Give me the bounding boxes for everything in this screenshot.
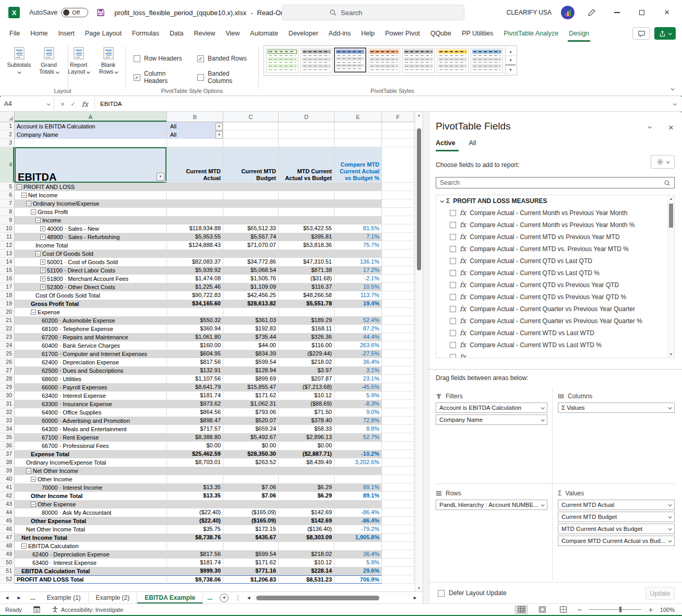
value-cell[interactable]: -8.3% [334,400,382,408]
row-header-39[interactable]: 39 [0,467,15,475]
row-label-cell[interactable]: 68600 · Utilities [15,375,167,383]
empty-cell[interactable] [382,275,414,283]
row-header-10[interactable]: 10 [0,224,15,233]
autosave-toggle[interactable]: AutoSave Off [29,8,88,17]
empty-cell[interactable] [382,350,414,358]
collapse-icon[interactable]: – [21,543,27,549]
value-cell[interactable]: $6.29 [279,492,334,500]
chevron-down-icon[interactable] [541,503,545,506]
value-cell[interactable]: $128.94 [223,366,279,375]
empty-cell[interactable] [382,208,414,216]
column-header-c[interactable]: C [223,112,279,122]
empty-cell[interactable] [382,308,414,316]
value-cell[interactable] [279,467,334,475]
comments-button[interactable] [632,27,650,40]
checkbox-icon[interactable]: ✓ [134,74,140,81]
value-cell[interactable] [279,216,334,224]
field-item[interactable]: fxCompare Actual - Current WTD vs Last W… [436,327,674,339]
document-title[interactable]: profit_loss_flexible_period_(qqube10.x).… [114,9,296,17]
row-header-25[interactable]: 25 [0,350,15,358]
excel-logo-icon[interactable]: X [8,7,20,18]
value-pill-current-mtd-actual[interactable]: Current MTD Actual [558,500,675,510]
empty-cell[interactable] [382,575,414,584]
value-cell[interactable]: $326.36 [279,333,334,341]
value-cell[interactable] [279,208,334,216]
chevron-down-icon[interactable] [668,515,672,518]
value-cell[interactable]: $142.69 [279,517,334,525]
value-cell[interactable]: 1,905.8% [334,534,382,542]
value-cell[interactable] [223,216,279,224]
value-cell[interactable]: $599.54 [223,550,279,559]
value-cell[interactable]: $550.32 [167,316,223,325]
field-checkbox[interactable] [450,294,456,300]
empty-cell[interactable] [334,131,382,139]
gallery-more-icon[interactable]: ▼ [506,65,516,74]
column-header-e[interactable]: E [334,112,382,122]
field-checkbox[interactable] [450,210,456,216]
value-cell[interactable]: $5,953.55 [167,233,223,241]
horizontal-scrollbar[interactable]: ◄► [244,592,423,603]
tools-button[interactable] [651,155,675,169]
row-header-20[interactable]: 20 [0,308,15,316]
value-cell[interactable]: 113.7% [334,291,382,300]
values-area[interactable]: Σ Values Current MTD ActualCurrent MTD B… [553,484,675,581]
row-header-47[interactable]: 47 [0,534,15,542]
menu-tab-review[interactable]: Review [188,25,220,42]
autosave-switch[interactable]: Off [61,8,88,17]
filter-dropdown-icon[interactable]: ▼ [216,131,223,139]
empty-cell[interactable] [382,316,414,325]
value-cell[interactable]: 10.5% [334,283,382,291]
value-cell[interactable]: $1,061.80 [167,333,223,341]
value-cell[interactable]: $817.56 [167,550,223,559]
row-header-21[interactable]: 21 [0,316,15,325]
expand-icon[interactable]: + [40,234,45,240]
value-cell[interactable]: $0.00 [279,442,334,450]
value-cell[interactable]: $9,738.06 [167,575,223,584]
row-label-cell[interactable]: Ordinary Income/Expense Total [15,458,167,467]
value-cell[interactable]: 136.1% [334,258,382,266]
value-pill-compare-mtd-current-actual-vs-bud[interactable]: Compare MTD Current Actual vs Bud... [558,536,675,546]
option-banded-rows[interactable]: ✓Banded Rows [197,49,253,68]
field-checkbox[interactable] [450,330,456,336]
row-label-cell[interactable]: 70000 · Interest Income [15,483,167,492]
rows-area[interactable]: Rows PandL Hierarchy : Account NUMBE... [436,484,553,581]
draw-icon[interactable] [584,5,600,20]
field-checkbox[interactable] [450,354,456,359]
value-cell[interactable] [334,500,382,508]
value-cell[interactable]: 89.1% [334,492,382,500]
empty-cell[interactable] [382,567,414,575]
minimize-button[interactable] [609,5,625,20]
empty-cell[interactable] [382,183,414,191]
value-cell[interactable]: 23.1% [334,375,382,383]
row-header-6[interactable]: 6 [0,191,15,199]
zoom-slider-thumb[interactable] [619,607,621,612]
empty-cell[interactable] [382,216,414,224]
row-label-cell[interactable]: –Net Income [15,191,167,199]
pane-options-chevron-icon[interactable] [648,125,652,128]
row-header-13[interactable]: 13 [0,250,15,258]
empty-cell[interactable] [334,122,382,131]
value-cell[interactable]: 52.4% [334,316,382,325]
column-header-d[interactable]: D [279,112,334,122]
value-cell[interactable]: $5,068.54 [223,266,279,275]
collapse-ribbon-icon[interactable] [671,87,675,90]
value-cell[interactable] [279,250,334,258]
empty-cell[interactable] [382,131,414,139]
empty-cell[interactable] [382,283,414,291]
value-cell[interactable]: $35.75 [167,525,223,534]
row-label-cell[interactable]: Gross Profit Total [15,300,167,308]
row-header-31[interactable]: 31 [0,400,15,408]
empty-cell[interactable] [382,191,414,199]
row-label-cell[interactable]: 66000 · Payroll Expenses [15,383,167,392]
hscroll-left-icon[interactable]: ◄ [244,595,253,600]
row-label-cell[interactable]: 63300 · Insurance Expense [15,400,167,408]
zoom-slider[interactable] [589,609,641,610]
column-header-b[interactable]: B [167,112,223,122]
value-cell[interactable]: $28,613.82 [223,300,279,308]
value-cell[interactable]: 87.2% [334,325,382,333]
value-cell[interactable] [334,191,382,199]
macro-record-button[interactable] [33,606,40,613]
empty-cell[interactable] [382,559,414,567]
row-label-cell[interactable]: Other Income Total [15,492,167,500]
row-label-cell[interactable]: 63400 · Interest Expense [15,559,167,567]
